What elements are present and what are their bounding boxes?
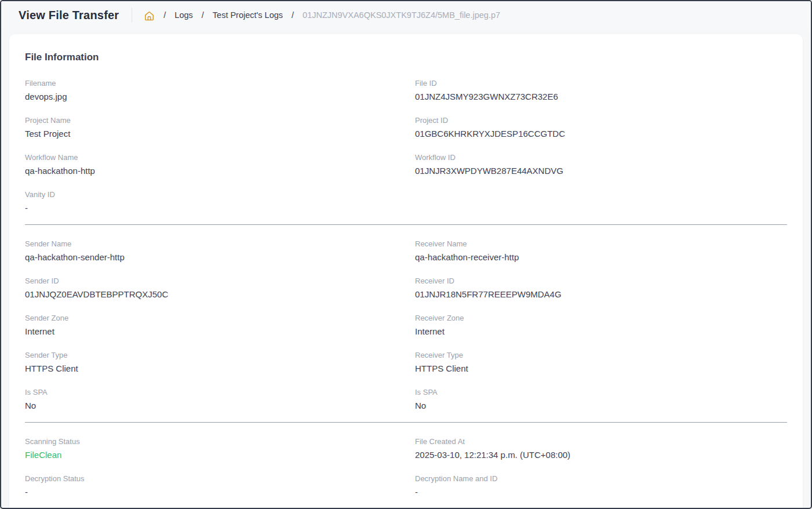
field-label: Decryption Status: [25, 474, 415, 483]
field-value: 01JNJR3XWPDYWB287E44AXNDVG: [415, 165, 787, 177]
breadcrumb-item-project-logs[interactable]: Test Project's Logs: [213, 10, 283, 20]
field-section-3: Scanning StatusFileCleanFile Created At2…: [25, 422, 787, 508]
field-label: Scanning Status: [25, 437, 415, 446]
breadcrumb: / Logs / Test Project's Logs / 01JNZJN9V…: [144, 9, 500, 21]
field-row: Sender ZoneInternetReceiver ZoneInternet: [25, 314, 787, 337]
field-file-id: File ID01JNZ4JSMY923GWNXZ73CR32E6: [415, 79, 787, 103]
field-is-spa-sender: Is SPANo: [25, 388, 415, 412]
field-label: Vanity ID: [25, 190, 415, 199]
file-information-sections: Filenamedevops.jpgFile ID01JNZ4JSMY923GW…: [25, 79, 787, 508]
field-label: Is SPA: [25, 388, 415, 397]
empty-field-cell: [415, 190, 787, 214]
field-filename: Filenamedevops.jpg: [25, 79, 415, 103]
field-scanning-status: Scanning StatusFileClean: [25, 437, 415, 461]
field-label: Sender Name: [25, 239, 415, 249]
field-value: No: [415, 400, 787, 412]
field-label: Receiver ID: [415, 277, 787, 286]
home-icon[interactable]: [144, 10, 155, 21]
field-receiver-zone: Receiver ZoneInternet: [415, 314, 787, 337]
field-value: qa-hackathon-receiver-http: [415, 252, 787, 263]
field-sender-type: Sender TypeHTTPS Client: [25, 351, 415, 375]
field-label: Decryption Name and ID: [415, 474, 787, 483]
field-project-id: Project ID01GBC6KHRKRYXJDESP16CCGTDC: [415, 116, 787, 140]
field-row: Decryption Status-Decryption Name and ID…: [25, 474, 787, 498]
field-label: Receiver Type: [415, 351, 787, 360]
field-value: HTTPS Client: [415, 363, 787, 375]
field-row: Sender Nameqa-hackathon-sender-httpRecei…: [25, 239, 787, 263]
field-value: Internet: [415, 326, 787, 337]
field-value: No: [25, 400, 415, 412]
breadcrumb-item-logs[interactable]: Logs: [174, 10, 192, 20]
field-label: Receiver Zone: [415, 314, 787, 323]
field-value: Test Project: [25, 128, 415, 140]
field-label: Receiver Name: [415, 239, 787, 249]
field-row: Sender TypeHTTPS ClientReceiver TypeHTTP…: [25, 351, 787, 375]
field-label: Project Name: [25, 116, 415, 125]
field-value: -: [25, 202, 415, 214]
field-row: Sender ID01JNJQZ0EAVDBTEBPPTRQXJ50CRecei…: [25, 277, 787, 300]
field-value: 2025-03-10, 12:21:34 p.m. (UTC+08:00): [415, 449, 787, 461]
field-label: Is SPA: [415, 388, 787, 397]
field-section-2: Sender Nameqa-hackathon-sender-httpRecei…: [25, 224, 787, 422]
field-label: Sender Type: [25, 351, 415, 360]
breadcrumb-separator: /: [163, 10, 166, 20]
page-title: View File Transfer: [19, 9, 119, 22]
field-file-created-at: File Created At2025-03-10, 12:21:34 p.m.…: [415, 437, 787, 461]
card-title: File Information: [25, 51, 787, 63]
field-value: qa-hackathon-sender-http: [25, 252, 415, 263]
field-row: Project NameTest ProjectProject ID01GBC6…: [25, 116, 787, 140]
field-label: Sender Zone: [25, 314, 415, 323]
file-information-card: File Information Filenamedevops.jpgFile …: [9, 34, 803, 509]
field-row: Filenamedevops.jpgFile ID01JNZ4JSMY923GW…: [25, 79, 787, 103]
field-value: Internet: [25, 326, 415, 337]
field-decryption-name-and-id: Decryption Name and ID-: [415, 474, 787, 498]
field-value: 01GBC6KHRKRYXJDESP16CCGTDC: [415, 128, 787, 140]
field-project-name: Project NameTest Project: [25, 116, 415, 140]
field-label: Filename: [25, 79, 415, 88]
field-row: Scanning StatusFileCleanFile Created At2…: [25, 437, 787, 461]
field-value: FileClean: [25, 449, 415, 461]
breadcrumb-separator: /: [292, 10, 294, 20]
view-file-transfer-page: View File Transfer / Logs / Test Project…: [0, 0, 812, 509]
page-header: View File Transfer / Logs / Test Project…: [1, 1, 811, 29]
breadcrumb-item-current-file: 01JNZJN9VXA6QKS0JXTK9TJ6Z4/5MB_file.jpeg…: [303, 10, 500, 20]
field-sender-name: Sender Nameqa-hackathon-sender-http: [25, 239, 415, 263]
field-sender-zone: Sender ZoneInternet: [25, 314, 415, 337]
field-receiver-id: Receiver ID01JNJR18N5FR77REEEPW9MDA4G: [415, 277, 787, 300]
field-vanity-id: Vanity ID-: [25, 190, 415, 214]
field-value: -: [25, 486, 415, 498]
field-label: Project ID: [415, 116, 787, 125]
field-sender-id: Sender ID01JNJQZ0EAVDBTEBPPTRQXJ50C: [25, 277, 415, 300]
field-label: Workflow Name: [25, 153, 415, 162]
field-is-spa-receiver: Is SPANo: [415, 388, 787, 412]
field-value: qa-hackathon-http: [25, 165, 415, 177]
field-section-1: Filenamedevops.jpgFile ID01JNZ4JSMY923GW…: [25, 79, 787, 224]
field-label: File ID: [415, 79, 787, 88]
field-value: devops.jpg: [25, 91, 415, 103]
field-value: -: [415, 486, 787, 498]
field-workflow-name: Workflow Nameqa-hackathon-http: [25, 153, 415, 177]
field-label: Workflow ID: [415, 153, 787, 162]
field-row: Workflow Nameqa-hackathon-httpWorkflow I…: [25, 153, 787, 177]
field-value: 01JNJR18N5FR77REEEPW9MDA4G: [415, 289, 787, 300]
field-workflow-id: Workflow ID01JNJR3XWPDYWB287E44AXNDVG: [415, 153, 787, 177]
field-label: File Created At: [415, 437, 787, 446]
field-value: 01JNJQZ0EAVDBTEBPPTRQXJ50C: [25, 289, 415, 300]
field-row: Is SPANoIs SPANo: [25, 388, 787, 412]
field-value: HTTPS Client: [25, 363, 415, 375]
header-divider: [132, 8, 132, 23]
field-receiver-name: Receiver Nameqa-hackathon-receiver-http: [415, 239, 787, 263]
field-value: 01JNZ4JSMY923GWNXZ73CR32E6: [415, 91, 787, 103]
field-label: Sender ID: [25, 277, 415, 286]
field-receiver-type: Receiver TypeHTTPS Client: [415, 351, 787, 375]
field-decryption-status: Decryption Status-: [25, 474, 415, 498]
field-row: Vanity ID-: [25, 190, 787, 214]
breadcrumb-separator: /: [202, 10, 204, 20]
